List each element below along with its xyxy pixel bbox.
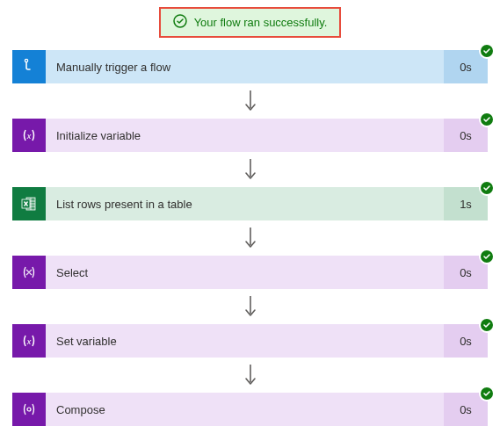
check-circle-icon [173, 14, 187, 31]
flow-step-title: Set variable [46, 324, 444, 358]
compose-icon [12, 393, 46, 426]
arrow-down-icon [12, 220, 488, 256]
flow-step-title: Manually trigger a flow [46, 50, 444, 83]
status-success-icon [479, 249, 495, 264]
status-success-icon [479, 112, 495, 127]
select-icon [12, 256, 46, 289]
status-success-icon [479, 180, 495, 196]
arrow-down-icon [12, 358, 488, 393]
flow-step-title: Compose [46, 393, 444, 426]
svg-point-2 [25, 60, 27, 61]
trigger-icon [12, 50, 46, 83]
arrow-down-icon [12, 152, 488, 187]
flow-step-initialize-variable[interactable]: x Initialize variable 0s [12, 119, 488, 152]
flow-step-title: Select [46, 256, 444, 289]
flow-step-title: List rows present in a table [46, 187, 444, 220]
flow-step-select[interactable]: Select 0s [12, 256, 488, 289]
arrow-down-icon [12, 289, 488, 324]
excel-icon [12, 187, 46, 220]
svg-text:x: x [26, 337, 32, 346]
flow-step-list-rows[interactable]: List rows present in a table 1s [12, 187, 488, 220]
flow-step-title: Initialize variable [46, 119, 444, 152]
status-success-icon [479, 386, 495, 401]
svg-point-17 [27, 408, 31, 411]
status-success-icon [479, 317, 495, 333]
flow-step-compose[interactable]: Compose 0s [12, 393, 488, 426]
svg-text:x: x [26, 132, 32, 141]
flow-step-set-variable[interactable]: x Set variable 0s [12, 324, 488, 358]
status-success-icon [479, 43, 495, 59]
variable-icon: x [12, 324, 46, 358]
success-banner: Your flow ran successfully. [159, 7, 342, 38]
success-banner-text: Your flow ran successfully. [194, 16, 328, 29]
flow-step-trigger[interactable]: Manually trigger a flow 0s [12, 50, 488, 83]
arrow-down-icon [12, 83, 488, 119]
variable-icon: x [12, 119, 46, 152]
